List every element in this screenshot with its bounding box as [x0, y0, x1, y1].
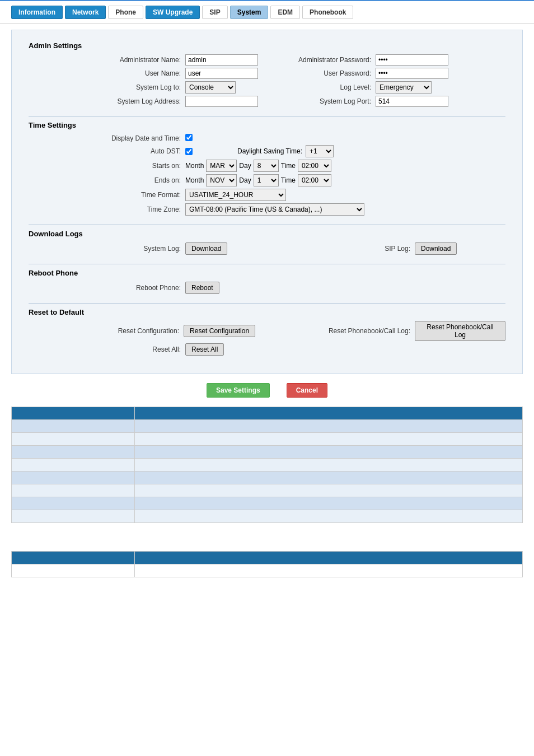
bt1-r3c1	[12, 446, 135, 459]
log-level-select[interactable]: Emergency Alert Critical Error Warning N…	[376, 81, 432, 94]
admin-settings-section: Admin Settings Administrator Name: Admin…	[29, 41, 505, 107]
reset-phonebook-label: Reset Phonebook/Call Log:	[327, 327, 415, 335]
admin-pass-label: Administrator Password:	[264, 56, 376, 64]
bt1-r4c2	[135, 459, 523, 472]
system-log-port-label: System Log Port:	[264, 97, 376, 105]
system-log-download-btn[interactable]: Download	[185, 242, 227, 255]
tab-sip[interactable]: SIP	[202, 6, 227, 19]
bt1-r8c1	[12, 510, 135, 523]
bottom-table-2	[11, 551, 523, 577]
bt1-r5c2	[135, 472, 523, 484]
bottom-table-1	[11, 407, 523, 523]
divider-3	[29, 264, 505, 264]
reboot-btn[interactable]: Reboot	[185, 282, 219, 294]
tab-information[interactable]: Information	[11, 6, 63, 19]
spacer-3	[0, 540, 534, 545]
bt1-r4c1	[12, 459, 135, 472]
table-row	[12, 420, 523, 433]
reset-title: Reset to Default	[29, 308, 505, 316]
user-pass-input[interactable]	[376, 68, 448, 79]
bottom-table-header-row	[12, 407, 523, 420]
tab-phonebook[interactable]: Phonebook	[302, 6, 353, 19]
spacer-2	[0, 534, 534, 540]
bt1-r6c1	[12, 484, 135, 497]
starts-day-label: Day	[239, 162, 251, 170]
starts-time-select[interactable]: 02:0000:0001:0003:00	[298, 160, 331, 172]
system-log-addr-row: System Log Address: System Log Port:	[85, 96, 505, 107]
table-row	[12, 484, 523, 497]
ends-day-select[interactable]: 12345 678910	[254, 174, 279, 186]
bt1-r1c1	[12, 420, 135, 433]
system-log-port-input[interactable]	[376, 96, 448, 107]
bt1-r1c2	[135, 420, 523, 433]
system-log-addr-label: System Log Address:	[85, 97, 185, 105]
time-zone-select[interactable]: GMT-08:00 (Pacific Time (US & Canada), .…	[185, 203, 364, 216]
divider-1	[29, 116, 505, 116]
starts-month-select[interactable]: MARJANFEBAPR MAYJUNJULAUG SEPOCTNOVDEC	[206, 160, 237, 172]
reset-config-row: Reset Configuration: Reset Configuration…	[85, 321, 505, 341]
bt1-col2-header	[135, 407, 523, 420]
cancel-btn[interactable]: Cancel	[287, 383, 327, 398]
bt1-r6c2	[135, 484, 523, 497]
auto-dst-checkbox[interactable]	[185, 148, 193, 155]
dst-select[interactable]: +1 +2	[306, 145, 334, 157]
tab-edm[interactable]: EDM	[270, 6, 300, 19]
reset-config-btn[interactable]: Reset Configuration	[184, 325, 255, 337]
tab-phone[interactable]: Phone	[108, 6, 143, 19]
reset-all-btn[interactable]: Reset All	[185, 343, 224, 356]
time-format-select[interactable]: USATIME_24_HOUR USATIME_12_HOUR	[185, 189, 286, 201]
starts-time-label: Time	[281, 162, 296, 170]
tab-network[interactable]: Network	[65, 6, 106, 19]
bt1-col1-header	[12, 407, 135, 420]
admin-name-row: Administrator Name: Administrator Passwo…	[85, 54, 505, 66]
starts-day-select[interactable]: 8 12345 67910	[254, 160, 279, 172]
table-row	[12, 497, 523, 510]
save-settings-btn[interactable]: Save Settings	[207, 383, 270, 398]
time-zone-row: Time Zone: GMT-08:00 (Pacific Time (US &…	[85, 203, 505, 216]
system-log-select[interactable]: Console Remote	[185, 81, 236, 94]
bt1-r3c2	[135, 446, 523, 459]
bt1-r5c1	[12, 472, 135, 484]
admin-name-input[interactable]	[185, 54, 258, 66]
navigation-bar: Information Network Phone SW Upgrade SIP…	[0, 1, 534, 24]
reset-phonebook-btn[interactable]: Reset Phonebook/Call Log	[415, 321, 505, 341]
system-log-addr-input[interactable]	[185, 96, 258, 107]
ends-time-label: Time	[281, 176, 296, 184]
download-logs-title: Download Logs	[29, 230, 505, 238]
sip-log-download-btn[interactable]: Download	[415, 242, 457, 255]
bt2-r1c2	[135, 564, 523, 577]
admin-pass-input[interactable]	[376, 54, 448, 66]
tab-sw-upgrade[interactable]: SW Upgrade	[146, 6, 200, 19]
dst-label: Daylight Saving Time:	[237, 147, 302, 155]
reset-config-label: Reset Configuration:	[85, 327, 184, 335]
display-date-checkbox[interactable]	[185, 134, 193, 141]
reboot-label: Reboot Phone:	[85, 284, 185, 292]
user-name-input[interactable]	[185, 68, 258, 79]
time-settings-section: Time Settings Display Date and Time: Aut…	[29, 121, 505, 216]
display-date-label: Display Date and Time:	[85, 134, 185, 142]
table-row	[12, 564, 523, 577]
reset-all-label: Reset All:	[85, 346, 185, 353]
tab-system[interactable]: System	[230, 6, 269, 19]
reboot-section: Reboot Phone Reboot Phone: Reboot	[29, 269, 505, 294]
ends-time-select[interactable]: 02:0000:0001:0003:00	[298, 174, 331, 186]
bt2-col2-header	[135, 552, 523, 564]
time-settings-title: Time Settings	[29, 121, 505, 129]
bt1-r7c2	[135, 497, 523, 510]
reset-section: Reset to Default Reset Configuration: Re…	[29, 308, 505, 356]
table-row	[12, 510, 523, 523]
ends-month-select[interactable]: NOVJANFEBMARAPR MAYJUNJULAUG SEPOCTDEC	[206, 174, 237, 186]
ends-month-label: Month	[185, 176, 204, 184]
table-row	[12, 472, 523, 484]
bt2-col1-header	[12, 552, 135, 564]
action-bar: Save Settings Cancel	[0, 383, 534, 398]
table-row	[12, 459, 523, 472]
time-format-label: Time Format:	[85, 191, 185, 199]
bt1-r7c1	[12, 497, 135, 510]
time-zone-label: Time Zone:	[85, 206, 185, 213]
auto-dst-label: Auto DST:	[85, 147, 185, 155]
starts-on-group: Month MARJANFEBAPR MAYJUNJULAUG SEPOCTNO…	[185, 160, 331, 172]
user-pass-label: User Password:	[264, 69, 376, 77]
reboot-row: Reboot Phone: Reboot	[85, 282, 505, 294]
table-row	[12, 446, 523, 459]
